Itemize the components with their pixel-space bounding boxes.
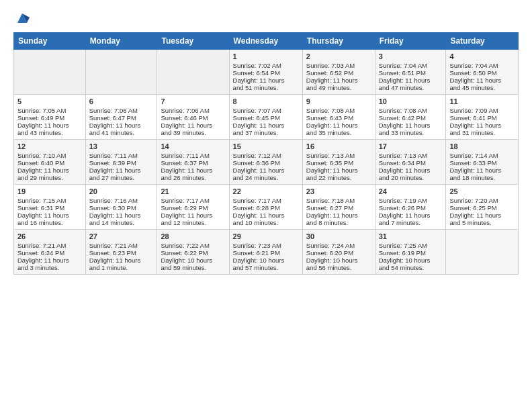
- day-info-line: and 57 minutes.: [233, 264, 299, 271]
- calendar-cell: 15Sunrise: 7:12 AMSunset: 6:36 PMDayligh…: [229, 140, 302, 185]
- day-info-line: Sunrise: 7:07 AM: [233, 107, 299, 114]
- day-info-line: Sunset: 6:41 PM: [449, 114, 515, 122]
- day-number: 31: [379, 232, 443, 240]
- day-info-line: Daylight: 11 hours: [379, 167, 443, 174]
- day-info-line: and 1 minute.: [89, 264, 154, 271]
- day-info-line: Daylight: 11 hours: [17, 167, 82, 174]
- day-info-line: Sunrise: 7:02 AM: [233, 62, 299, 69]
- calendar-cell: 18Sunrise: 7:14 AMSunset: 6:33 PMDayligh…: [446, 140, 519, 185]
- day-info-line: Daylight: 11 hours: [89, 122, 154, 129]
- day-info-line: Sunset: 6:50 PM: [449, 69, 515, 77]
- calendar-cell: [157, 50, 229, 95]
- day-info-line: and 45 minutes.: [449, 84, 515, 91]
- day-number: 7: [161, 97, 225, 105]
- day-number: 12: [17, 142, 82, 150]
- day-info-line: Daylight: 10 hours: [233, 257, 299, 264]
- day-info-line: Daylight: 11 hours: [89, 212, 154, 219]
- day-number: 1: [233, 52, 299, 60]
- day-number: 20: [89, 187, 154, 195]
- day-info-line: Sunset: 6:47 PM: [89, 114, 154, 122]
- calendar-cell: 30Sunrise: 7:24 AMSunset: 6:20 PMDayligh…: [302, 230, 375, 275]
- day-info-line: and 18 minutes.: [449, 174, 515, 181]
- calendar-cell: 16Sunrise: 7:13 AMSunset: 6:35 PMDayligh…: [302, 140, 375, 185]
- day-info-line: and 29 minutes.: [17, 174, 82, 181]
- day-info-line: Sunset: 6:20 PM: [306, 249, 371, 257]
- day-info-line: Sunset: 6:24 PM: [17, 249, 82, 257]
- calendar-week-3: 12Sunrise: 7:10 AMSunset: 6:40 PMDayligh…: [14, 140, 519, 185]
- day-info-line: and 5 minutes.: [449, 219, 515, 226]
- day-info-line: Daylight: 11 hours: [17, 122, 82, 129]
- day-info-line: Daylight: 11 hours: [161, 122, 225, 129]
- calendar-cell: 31Sunrise: 7:25 AMSunset: 6:19 PMDayligh…: [375, 230, 446, 275]
- day-info-line: Sunset: 6:49 PM: [17, 114, 82, 122]
- day-info-line: Daylight: 10 hours: [161, 257, 225, 264]
- day-info-line: and 31 minutes.: [449, 129, 515, 136]
- calendar-week-5: 26Sunrise: 7:21 AMSunset: 6:24 PMDayligh…: [14, 230, 519, 275]
- day-info-line: and 12 minutes.: [161, 219, 225, 226]
- day-info-line: Sunrise: 7:13 AM: [306, 152, 371, 159]
- day-info-line: Daylight: 11 hours: [89, 257, 154, 264]
- calendar-cell: 27Sunrise: 7:21 AMSunset: 6:23 PMDayligh…: [85, 230, 157, 275]
- day-number: 9: [306, 97, 371, 105]
- calendar: SundayMondayTuesdayWednesdayThursdayFrid…: [13, 32, 519, 275]
- day-info-line: Sunrise: 7:06 AM: [89, 107, 154, 114]
- day-info-line: Sunset: 6:40 PM: [17, 159, 82, 167]
- day-number: 30: [306, 232, 371, 240]
- calendar-cell: 3Sunrise: 7:04 AMSunset: 6:51 PMDaylight…: [375, 50, 446, 95]
- day-info-line: Sunrise: 7:10 AM: [17, 152, 82, 159]
- day-number: 18: [449, 142, 515, 150]
- calendar-cell: 20Sunrise: 7:16 AMSunset: 6:30 PMDayligh…: [85, 185, 157, 230]
- day-number: 23: [306, 187, 371, 195]
- day-info-line: and 43 minutes.: [17, 129, 82, 136]
- day-info-line: and 24 minutes.: [233, 174, 299, 181]
- day-info-line: Sunset: 6:23 PM: [89, 249, 154, 257]
- day-info-line: and 20 minutes.: [379, 174, 443, 181]
- calendar-col-saturday: Saturday: [446, 33, 519, 50]
- day-info-line: Daylight: 11 hours: [233, 122, 299, 129]
- day-info-line: Sunrise: 7:17 AM: [233, 197, 299, 204]
- day-info-line: Daylight: 11 hours: [17, 212, 82, 219]
- day-info-line: Daylight: 10 hours: [379, 257, 443, 264]
- calendar-col-thursday: Thursday: [302, 33, 375, 50]
- day-number: 27: [89, 232, 154, 240]
- day-number: 22: [233, 187, 299, 195]
- day-number: 11: [449, 97, 515, 105]
- day-info-line: Sunrise: 7:04 AM: [449, 62, 515, 69]
- calendar-cell: 10Sunrise: 7:08 AMSunset: 6:42 PMDayligh…: [375, 95, 446, 140]
- day-number: 15: [233, 142, 299, 150]
- day-number: 28: [161, 232, 225, 240]
- day-info-line: Sunrise: 7:12 AM: [233, 152, 299, 159]
- day-number: 19: [17, 187, 82, 195]
- calendar-col-wednesday: Wednesday: [229, 33, 302, 50]
- calendar-cell: [85, 50, 157, 95]
- day-info-line: Sunset: 6:33 PM: [449, 159, 515, 167]
- day-number: 8: [233, 97, 299, 105]
- day-number: 10: [379, 97, 443, 105]
- day-number: 26: [17, 232, 82, 240]
- calendar-cell: 24Sunrise: 7:19 AMSunset: 6:26 PMDayligh…: [375, 185, 446, 230]
- day-info-line: Daylight: 11 hours: [379, 77, 443, 84]
- day-info-line: Sunrise: 7:17 AM: [161, 197, 225, 204]
- day-info-line: and 47 minutes.: [379, 84, 443, 91]
- day-info-line: Daylight: 11 hours: [306, 167, 371, 174]
- calendar-cell: 6Sunrise: 7:06 AMSunset: 6:47 PMDaylight…: [85, 95, 157, 140]
- day-info-line: Sunrise: 7:08 AM: [306, 107, 371, 114]
- day-info-line: Sunset: 6:42 PM: [379, 114, 443, 122]
- day-number: 29: [233, 232, 299, 240]
- day-info-line: Sunset: 6:26 PM: [379, 204, 443, 212]
- calendar-cell: 22Sunrise: 7:17 AMSunset: 6:28 PMDayligh…: [229, 185, 302, 230]
- day-info-line: Sunrise: 7:04 AM: [379, 62, 443, 69]
- day-info-line: Daylight: 11 hours: [233, 212, 299, 219]
- day-info-line: Sunrise: 7:11 AM: [89, 152, 154, 159]
- day-info-line: Sunrise: 7:21 AM: [17, 242, 82, 249]
- day-info-line: Sunrise: 7:19 AM: [379, 197, 443, 204]
- day-number: 4: [449, 52, 515, 60]
- day-info-line: Sunrise: 7:08 AM: [379, 107, 443, 114]
- logo-icon: [15, 11, 30, 26]
- day-info-line: Sunrise: 7:03 AM: [306, 62, 371, 69]
- day-info-line: Sunset: 6:39 PM: [89, 159, 154, 167]
- day-info-line: and 54 minutes.: [379, 264, 443, 271]
- day-info-line: Daylight: 11 hours: [449, 77, 515, 84]
- calendar-cell: 1Sunrise: 7:02 AMSunset: 6:54 PMDaylight…: [229, 50, 302, 95]
- day-info-line: Sunrise: 7:13 AM: [379, 152, 443, 159]
